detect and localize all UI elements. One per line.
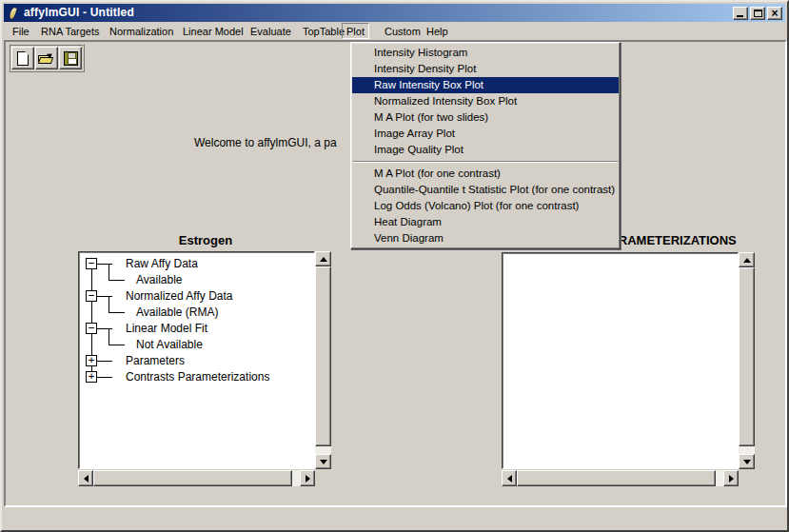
menu-plot[interactable]: Plot <box>342 23 369 39</box>
plot-menu-item-raw-intensity-box-plot[interactable]: Raw Intensity Box Plot <box>352 77 619 93</box>
menu-rna-targets[interactable]: RNA Targets <box>36 23 105 39</box>
scroll-down-button[interactable] <box>315 454 331 469</box>
tree-line <box>108 345 125 345</box>
estrogen-tree-listbox[interactable]: −Raw Affy DataAvailable−Normalized Affy … <box>78 251 315 469</box>
plot-menu-item-intensity-histogram[interactable]: Intensity Histogram <box>352 45 619 61</box>
menu-linear-model[interactable]: Linear Model <box>178 23 248 39</box>
close-button[interactable]: × <box>767 7 782 20</box>
new-file-icon <box>17 51 29 66</box>
maximize-icon <box>754 10 762 17</box>
plot-menu-item-image-quality-plot[interactable]: Image Quality Plot <box>352 142 619 158</box>
tree-line <box>108 264 109 280</box>
save-file-button[interactable] <box>59 47 82 69</box>
scroll-left-button[interactable] <box>502 470 517 486</box>
tree-line <box>108 280 125 281</box>
menu-separator <box>353 161 618 163</box>
estrogen-tree: −Raw Affy DataAvailable−Normalized Affy … <box>80 253 313 467</box>
scroll-left-button[interactable] <box>78 470 93 486</box>
right-vertical-scrollbar[interactable] <box>739 252 755 469</box>
scroll-right-button[interactable] <box>723 470 739 486</box>
tree-item-contrasts-parameterizations[interactable]: Contrasts Parameterizations <box>126 369 269 385</box>
tree-line <box>108 312 125 313</box>
app-window: affylmGUI - Untitled × FileRNA TargetsNo… <box>0 0 789 532</box>
arrow-right-icon <box>729 475 738 483</box>
open-folder-icon <box>38 51 55 65</box>
tree-item-raw-affy-data[interactable]: Raw Affy Data <box>126 256 198 272</box>
tree-expander-plus[interactable]: + <box>86 371 97 383</box>
left-panel-title: Estrogen <box>78 233 333 247</box>
minimize-button[interactable] <box>733 7 748 20</box>
scroll-right-button[interactable] <box>300 470 315 486</box>
tree-item-normalized-affy-data[interactable]: Normalized Affy Data <box>126 288 233 305</box>
tree-line <box>108 328 109 345</box>
tree-line <box>97 361 112 362</box>
arrow-right-icon <box>306 475 314 483</box>
plot-menu-item-m-a-plot-for-two-slides[interactable]: M A Plot (for two slides) <box>352 109 619 126</box>
menu-bar: FileRNA TargetsNormalizationLinear Model… <box>4 22 785 40</box>
minimize-icon <box>737 15 743 17</box>
open-file-button[interactable] <box>35 47 58 69</box>
menu-normalization[interactable]: Normalization <box>105 23 178 39</box>
arrow-down-icon <box>320 460 327 468</box>
plot-menu-item-intensity-density-plot[interactable]: Intensity Density Plot <box>352 61 619 77</box>
maximize-button[interactable] <box>750 7 765 20</box>
scroll-thumb[interactable] <box>315 266 331 446</box>
tree-subitem-available[interactable]: Available <box>136 272 182 288</box>
menu-help[interactable]: Help <box>422 23 453 39</box>
main-content-frame: Welcome to affylmGUI, a pa Estrogen −Raw… <box>4 40 787 507</box>
tree-expander-minus[interactable]: − <box>86 323 97 334</box>
scroll-up-button[interactable] <box>739 252 755 267</box>
tree-item-parameters[interactable]: Parameters <box>126 353 185 369</box>
arrow-left-icon <box>503 475 512 483</box>
save-icon <box>64 51 78 66</box>
scroll-thumb[interactable] <box>517 470 716 486</box>
left-horizontal-scrollbar[interactable] <box>78 470 315 486</box>
tree-expander-plus[interactable]: + <box>86 355 97 366</box>
title-bar[interactable]: affylmGUI - Untitled × <box>4 4 785 22</box>
tree-line <box>97 264 112 265</box>
new-file-button[interactable] <box>11 47 34 69</box>
app-feather-icon <box>7 7 20 20</box>
tree-expander-minus[interactable]: − <box>86 290 97 302</box>
arrow-left-icon <box>80 475 89 483</box>
plot-menu-item-quantile-quantile-t-statistic-plot-for-one-contrast[interactable]: Quantile-Quantile t Statistic Plot (for … <box>352 182 619 198</box>
plot-dropdown-menu: Intensity HistogramIntensity Density Plo… <box>350 42 621 249</box>
plot-menu-item-log-odds-volcano-plot-for-one-contrast[interactable]: Log Odds (Volcano) Plot (for one contras… <box>352 198 619 214</box>
contrasts-listbox[interactable] <box>502 252 739 469</box>
left-vertical-scrollbar[interactable] <box>315 251 331 469</box>
tree-line <box>108 296 109 312</box>
scroll-up-button[interactable] <box>315 251 331 266</box>
menu-custom[interactable]: Custom <box>380 23 425 39</box>
arrow-up-icon <box>320 253 327 262</box>
right-horizontal-scrollbar[interactable] <box>502 470 739 486</box>
tree-subitem-not-available[interactable]: Not Available <box>136 337 203 353</box>
plot-menu-item-image-array-plot[interactable]: Image Array Plot <box>352 126 619 142</box>
tree-expander-minus[interactable]: − <box>86 258 97 269</box>
close-icon: × <box>771 9 778 18</box>
arrow-down-icon <box>743 460 751 468</box>
tree-item-linear-model-fit[interactable]: Linear Model Fit <box>126 321 207 337</box>
plot-menu-item-heat-diagram[interactable]: Heat Diagram <box>352 214 619 230</box>
arrow-up-icon <box>743 254 751 263</box>
scroll-thumb[interactable] <box>739 267 755 446</box>
tree-subitem-available-rma[interactable]: Available (RMA) <box>136 305 218 321</box>
toolbar <box>9 44 85 72</box>
plot-menu-item-venn-diagram[interactable]: Venn Diagram <box>352 230 619 246</box>
menu-file[interactable]: File <box>8 23 34 39</box>
plot-menu-item-normalized-intensity-box-plot[interactable]: Normalized Intensity Box Plot <box>352 93 619 109</box>
scroll-down-button[interactable] <box>739 454 755 469</box>
scroll-thumb[interactable] <box>93 470 292 486</box>
plot-menu-item-m-a-plot-for-one-contrast[interactable]: M A Plot (for one contrast) <box>352 166 619 182</box>
menu-evaluate[interactable]: Evaluate <box>246 23 296 39</box>
tree-line <box>97 328 112 329</box>
welcome-text: Welcome to affylmGUI, a pa <box>194 136 337 149</box>
tree-line <box>97 296 112 297</box>
window-title: affylmGUI - Untitled <box>24 4 733 22</box>
tree-line <box>97 377 112 378</box>
